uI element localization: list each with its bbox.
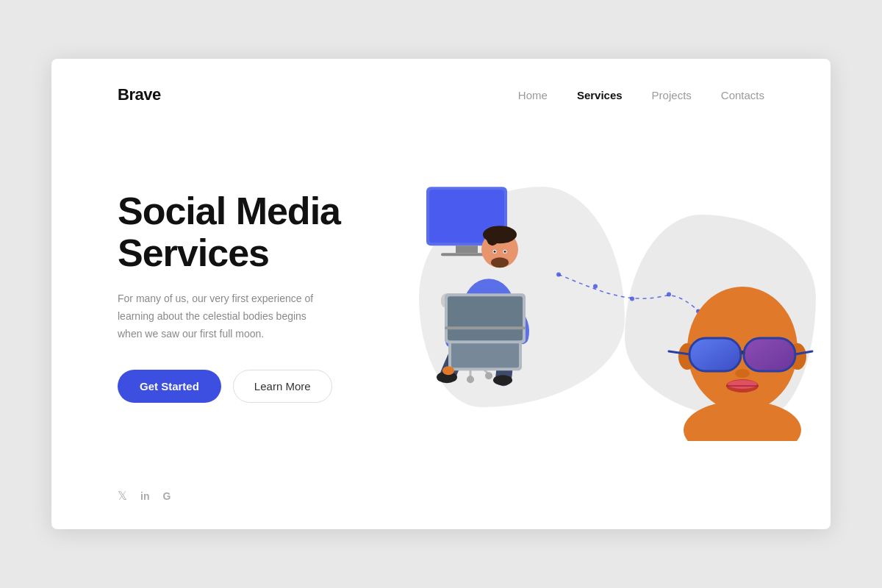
twitter-icon[interactable]: 𝕏: [118, 489, 127, 503]
nav-item-contacts[interactable]: Contacts: [721, 89, 764, 101]
logo: Brave: [118, 85, 161, 104]
svg-rect-47: [744, 338, 795, 371]
hero-description: For many of us, our very first experienc…: [118, 290, 323, 343]
svg-point-27: [494, 250, 496, 252]
google-icon[interactable]: G: [162, 490, 171, 502]
hero-title: Social Media Services: [118, 190, 412, 274]
main-content: Social Media Services For many of us, ou…: [51, 119, 831, 474]
nav-item-services[interactable]: Services: [577, 89, 623, 101]
svg-point-23: [487, 231, 498, 245]
svg-point-24: [491, 257, 509, 268]
svg-rect-10: [456, 245, 478, 253]
nav-item-home[interactable]: Home: [518, 89, 548, 101]
svg-point-30: [493, 375, 512, 385]
svg-point-54: [728, 380, 757, 389]
get-started-button[interactable]: Get Started: [118, 370, 221, 403]
learn-more-button[interactable]: Learn More: [233, 370, 332, 403]
svg-rect-45: [689, 338, 741, 371]
header: Brave Home Services Projects Contacts: [51, 59, 831, 119]
linkedin-icon[interactable]: in: [140, 490, 149, 502]
person-illustration: [412, 165, 588, 392]
button-group: Get Started Learn More: [118, 370, 412, 403]
svg-point-56: [735, 369, 750, 378]
face-illustration: [662, 235, 823, 441]
nav: Home Services Projects Contacts: [518, 89, 764, 101]
svg-point-18: [467, 376, 474, 383]
svg-point-36: [442, 366, 454, 375]
page-container: Brave Home Services Projects Contacts So…: [51, 59, 831, 529]
left-content: Social Media Services For many of us, ou…: [118, 190, 412, 403]
svg-point-28: [504, 250, 506, 252]
illustration-area: [390, 119, 831, 474]
svg-rect-35: [445, 326, 526, 329]
footer-social: 𝕏 in G: [51, 474, 831, 529]
nav-item-projects[interactable]: Projects: [652, 89, 692, 101]
svg-point-19: [485, 372, 492, 379]
svg-rect-34: [448, 296, 523, 340]
